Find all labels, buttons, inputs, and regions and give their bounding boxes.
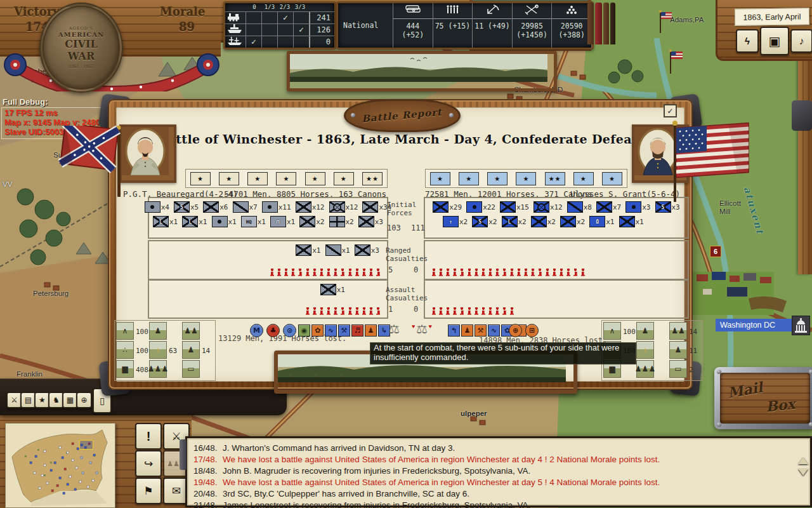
csa-assault-units: x1	[149, 281, 387, 295]
ability-men2: ♟	[461, 324, 473, 337]
unit-count: x1	[342, 246, 350, 255]
national-column: 75 (+15)	[433, 3, 473, 48]
rank-star-cell: ★	[247, 172, 268, 185]
unit-counter: x3	[355, 244, 379, 256]
banner-label: Battle Report	[362, 106, 443, 124]
csa-initial-row2: Lx1Lx1x1HQx1⊓x1x2x2x3	[149, 213, 387, 227]
log-message[interactable]: 18/48.John B. Magruder is recovering fro…	[193, 465, 810, 477]
log-message[interactable]: 17/48.We have lost a battle against Unit…	[193, 454, 810, 465]
rout-tile: ♟	[182, 341, 200, 359]
unit-counter: x7	[233, 201, 258, 213]
ability-axe2: ⚒	[475, 324, 487, 337]
national-value: 75 (+15)	[433, 18, 473, 30]
ledger-books[interactable]	[587, 3, 615, 44]
log-message[interactable]: 21/48.James Longstreet is recovering fro…	[193, 500, 810, 508]
report-checkbox[interactable]: ✓	[664, 104, 677, 117]
unit-count: x1	[258, 218, 266, 226]
national-value: 29985 (+1450)	[513, 18, 552, 39]
unit-symbol-hq: HQ	[241, 216, 257, 227]
message-text: We have lost a battle against United Sta…	[223, 455, 660, 464]
message-text: James Longstreet is recovering from inju…	[223, 500, 530, 508]
medal-pentagon2: ⊕	[509, 324, 522, 337]
logo-line2: CIVIL	[65, 38, 97, 50]
transport-check[interactable]: ✓	[277, 12, 293, 23]
unit-count: x1	[287, 218, 295, 226]
transport-cell[interactable]	[277, 24, 293, 36]
combat-tooltip: At the start of combat, there were 5 sub…	[370, 342, 636, 364]
ledger-safe-button[interactable]: ▣	[760, 27, 789, 55]
minimap[interactable]	[5, 423, 115, 508]
mailbox-panel[interactable]: Mail Box	[714, 367, 812, 429]
ledger-icon: ▤	[25, 396, 32, 404]
unit-count: x1	[337, 286, 345, 294]
unit-strength-badge[interactable]: 6	[710, 246, 721, 257]
telegraph-button[interactable]: ϟ	[736, 29, 759, 53]
csa-assault-box: x1	[148, 279, 388, 319]
unit-count: x1	[228, 218, 237, 226]
log-message[interactable]: 20/48.3rd SC, Bty.C 'Culpepper' has arri…	[193, 488, 810, 500]
log-scroll-up[interactable]	[798, 457, 808, 464]
unit-counter: x3	[625, 201, 650, 213]
unit-symbol-slash	[233, 201, 249, 213]
unit-symbol-x	[355, 244, 370, 256]
rank-star-cell: ★★	[545, 172, 565, 185]
message-number: 21/48.	[193, 500, 223, 508]
unit-counter: x7	[596, 201, 621, 213]
unit-symbol-x	[619, 216, 635, 227]
transport-cell[interactable]	[293, 36, 309, 48]
unit-symbol-x	[320, 284, 336, 295]
unit-counter: Lx1	[182, 216, 207, 227]
casualty-figure	[298, 269, 302, 276]
transport-cell[interactable]	[293, 12, 309, 23]
transport-cell[interactable]	[261, 12, 277, 23]
unit-count: x1	[199, 218, 207, 226]
transport-cell[interactable]	[261, 36, 277, 48]
sieges-button[interactable]: ⚑	[135, 478, 162, 504]
military-calls-button[interactable]: ♪	[790, 29, 812, 53]
rank-star-cell: ★	[334, 172, 354, 185]
casualty-figure	[369, 269, 373, 276]
cohesion-scale-icon: ⚖ ♥ ♥	[416, 321, 428, 337]
log-scroll-down[interactable]	[798, 469, 808, 476]
map-label-petersburg: Petersburg	[33, 290, 69, 297]
alerts-button[interactable]: !	[135, 423, 162, 450]
transport-header: 2/3	[277, 4, 292, 10]
log-message[interactable]: 19/48.We have lost a battle against Unit…	[193, 477, 810, 488]
unit-count: x2	[577, 218, 585, 226]
usa-initial-count: 111	[411, 224, 425, 232]
firing-line-tile: ♟♟♟	[636, 360, 654, 378]
unit-counter: x1	[325, 244, 350, 256]
transport-check[interactable]: ✓	[293, 24, 309, 36]
transport-cell[interactable]	[246, 12, 261, 23]
message-text: We have lost a battle against United Sta…	[223, 478, 660, 487]
unit-symbol-x	[531, 216, 547, 227]
ability-axe: ⚒	[338, 324, 350, 337]
capitol-structure-icon[interactable]	[792, 316, 810, 335]
transport-cell[interactable]	[277, 36, 293, 48]
transport-cell[interactable]	[261, 24, 277, 36]
globe-icon: ⊕	[81, 396, 87, 404]
unit-counter: x2	[560, 216, 585, 227]
usa-ranged-box	[424, 240, 689, 280]
check-icon: ✓	[667, 107, 673, 116]
unit-symbol-x	[358, 216, 374, 227]
log-message[interactable]: 16/48.J. Wharton's Command has arrived i…	[193, 443, 810, 454]
battery-tile: ▆	[116, 360, 134, 378]
tile-value	[654, 322, 669, 341]
casualty-figure	[495, 307, 499, 315]
transport-cell[interactable]	[246, 24, 261, 36]
casualty-figure	[488, 269, 492, 276]
unit-counter: ↑x2	[443, 216, 468, 227]
movements-button[interactable]: ↪	[135, 450, 162, 477]
toolbar-world-button[interactable]: ⊕	[76, 392, 92, 408]
national-column: 11 (+49)	[473, 3, 513, 48]
casualty-figure	[468, 307, 471, 315]
minimap-viewport-box[interactable]	[79, 440, 93, 450]
casualty-figure	[369, 307, 373, 315]
ability-flower: ✿	[311, 324, 324, 337]
message-number: 16/48.	[193, 443, 223, 454]
transport-check[interactable]: ✓	[246, 36, 261, 48]
csa-commander-portrait[interactable]	[119, 124, 176, 183]
unit-count: x12	[550, 203, 563, 211]
unit-count: x2	[518, 218, 527, 226]
